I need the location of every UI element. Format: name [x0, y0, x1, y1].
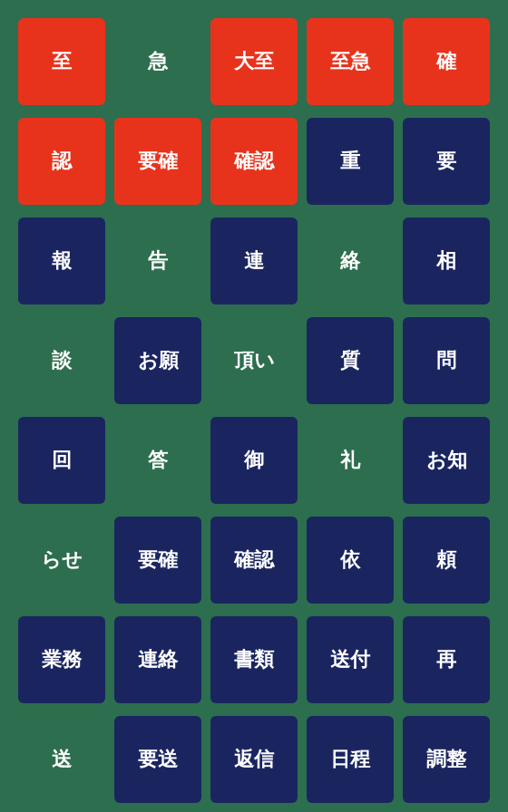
badge-b40: 調整: [403, 716, 490, 803]
badge-b24: 礼: [307, 417, 394, 504]
badge-b22: 答: [114, 417, 201, 504]
badge-b32: 連絡: [114, 616, 201, 703]
badge-b39: 日程: [307, 716, 394, 803]
badge-b2: 急: [114, 18, 201, 105]
badge-b37: 要送: [114, 716, 201, 803]
badge-b21: 回: [18, 417, 105, 504]
badge-b4: 至急: [307, 18, 394, 105]
badge-grid: 至急大至至急確認要確確認重要報告連絡相談お願頂い質問回答御礼お知らせ要確確認依頼…: [18, 18, 490, 803]
badge-b14: 絡: [307, 218, 394, 304]
badge-b23: 御: [210, 417, 298, 504]
badge-b6: 認: [18, 118, 105, 205]
badge-b27: 要確: [114, 517, 201, 604]
badge-b17: お願: [114, 317, 201, 404]
badge-b9: 重: [307, 118, 394, 205]
badge-b5: 確: [403, 18, 490, 105]
badge-b19: 質: [307, 317, 394, 404]
badge-b11: 報: [18, 218, 105, 304]
badge-b13: 連: [210, 218, 298, 304]
badge-b8: 確認: [210, 118, 298, 205]
badge-b30: 頼: [403, 517, 490, 604]
badge-b3: 大至: [210, 18, 298, 105]
badge-b10: 要: [403, 118, 490, 205]
badge-b15: 相: [403, 218, 490, 304]
badge-b29: 依: [307, 517, 394, 604]
badge-b28: 確認: [210, 517, 298, 604]
badge-b38: 返信: [210, 716, 298, 803]
badge-b7: 要確: [114, 118, 201, 205]
badge-b25: お知: [403, 417, 490, 504]
badge-b34: 送付: [307, 616, 394, 703]
badge-b18: 頂い: [210, 317, 298, 404]
badge-b33: 書類: [210, 616, 298, 703]
badge-b1: 至: [18, 18, 105, 105]
badge-b16: 談: [18, 317, 105, 404]
badge-b12: 告: [114, 218, 201, 304]
badge-b36: 送: [18, 716, 105, 803]
badge-b35: 再: [403, 616, 490, 703]
badge-b31: 業務: [18, 616, 105, 703]
badge-b20: 問: [403, 317, 490, 404]
badge-b26: らせ: [18, 517, 105, 604]
